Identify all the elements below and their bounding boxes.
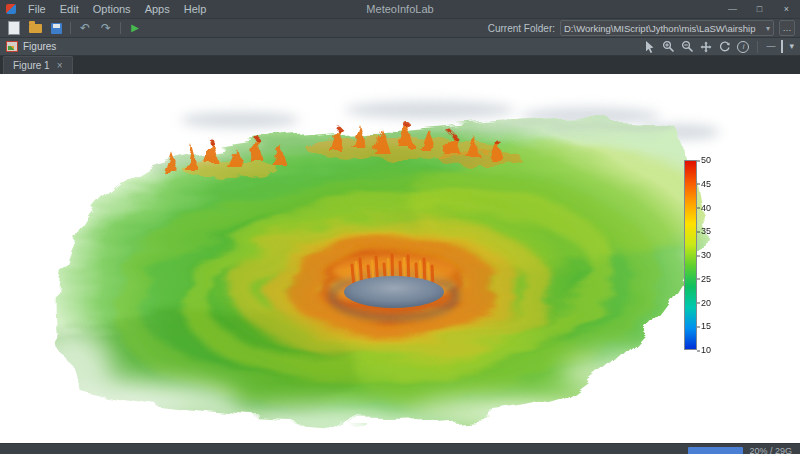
chevron-down-icon: ▾ (766, 24, 770, 33)
rotate-icon (718, 41, 731, 53)
current-folder-label: Current Folder: (488, 23, 555, 34)
zoom-in-button[interactable] (662, 40, 675, 53)
colorbar-tick-label: 20 (701, 298, 711, 307)
tab-close-icon[interactable]: × (57, 61, 63, 71)
title-bar: File Edit Options Apps Help MeteoInfoLab… (0, 0, 800, 19)
current-folder-select[interactable]: D:\Working\MIScript\Jython\mis\LaSW\airs… (560, 20, 774, 36)
run-button[interactable]: ▶ (126, 20, 144, 36)
menu-options[interactable]: Options (86, 0, 138, 18)
colorbar-ticks: 504540353025201510 (701, 160, 741, 350)
figures-panel-header[interactable]: Figures i — ▾ (0, 38, 800, 56)
colorbar-tick-label: 25 (701, 274, 711, 283)
current-folder-path: D:\Working\MIScript\Jython\mis\LaSW\airs… (564, 23, 763, 34)
run-icon: ▶ (131, 23, 139, 33)
close-button[interactable]: × (773, 0, 800, 18)
tab-label: Figure 1 (13, 60, 50, 71)
zoom-out-button[interactable] (681, 40, 694, 53)
colorbar-tick-label: 50 (701, 156, 711, 165)
status-bar: 20% / 29G (0, 443, 800, 454)
colorbar: 504540353025201510 (684, 160, 744, 350)
colorbar-gradient (684, 160, 697, 350)
new-script-button[interactable] (5, 20, 23, 36)
colorbar-tick-label: 30 (701, 251, 711, 260)
pan-icon (700, 41, 712, 53)
cursor-tool-button[interactable] (644, 40, 656, 53)
redo-button[interactable]: ↷ (97, 20, 115, 36)
colorbar-tick-label: 10 (701, 346, 711, 355)
browse-folder-button[interactable]: … (779, 20, 795, 36)
toolbar-separator (70, 22, 71, 34)
rotate-button[interactable] (718, 41, 731, 53)
memory-progress-bar (688, 447, 743, 454)
menu-apps[interactable]: Apps (138, 0, 177, 18)
colorbar-tick-label: 45 (701, 179, 711, 188)
zoom-out-icon (681, 40, 694, 53)
figures-panel-icon (6, 41, 18, 52)
save-button[interactable] (47, 20, 65, 36)
menu-file[interactable]: File (21, 0, 53, 18)
cursor-icon (644, 40, 656, 53)
main-toolbar: ↶ ↷ ▶ Current Folder: D:\Working\MIScrip… (0, 19, 800, 38)
menu-edit[interactable]: Edit (53, 0, 86, 18)
undo-icon: ↶ (80, 22, 90, 34)
save-icon (51, 23, 62, 34)
colorbar-tick-label: 35 (701, 227, 711, 236)
float-window-icon (781, 40, 783, 53)
figbar-separator (757, 41, 758, 53)
figure-tab-bar: Figure 1 × (0, 56, 800, 74)
figures-panel-title: Figures (23, 41, 56, 52)
tab-figure-1[interactable]: Figure 1 × (3, 56, 73, 74)
app-logo-icon (6, 4, 16, 14)
menu-help[interactable]: Help (177, 0, 214, 18)
open-folder-icon (29, 24, 42, 33)
panel-menu-button[interactable]: ▾ (789, 42, 794, 51)
colorbar-tick-label: 15 (701, 322, 711, 331)
colorbar-tick-label: 40 (701, 203, 711, 212)
zoom-in-icon (662, 40, 675, 53)
identify-button[interactable]: i (737, 41, 749, 53)
panel-float-button[interactable] (781, 41, 783, 52)
toolbar-separator (120, 22, 121, 34)
minimize-button[interactable]: — (719, 0, 746, 18)
new-file-icon (8, 21, 20, 35)
undo-button[interactable]: ↶ (76, 20, 94, 36)
info-icon: i (737, 41, 749, 53)
figure-content-area: 504540353025201510 (0, 74, 800, 443)
panel-minimize-button[interactable]: — (766, 42, 775, 51)
figure-canvas[interactable] (0, 74, 800, 443)
pan-button[interactable] (700, 41, 712, 53)
window-title: MeteoInfoLab (366, 3, 433, 15)
open-button[interactable] (26, 20, 44, 36)
storm-eye (344, 276, 444, 308)
memory-usage-text: 20% / 29G (749, 446, 792, 454)
redo-icon: ↷ (101, 22, 111, 34)
maximize-button[interactable]: □ (746, 0, 773, 18)
